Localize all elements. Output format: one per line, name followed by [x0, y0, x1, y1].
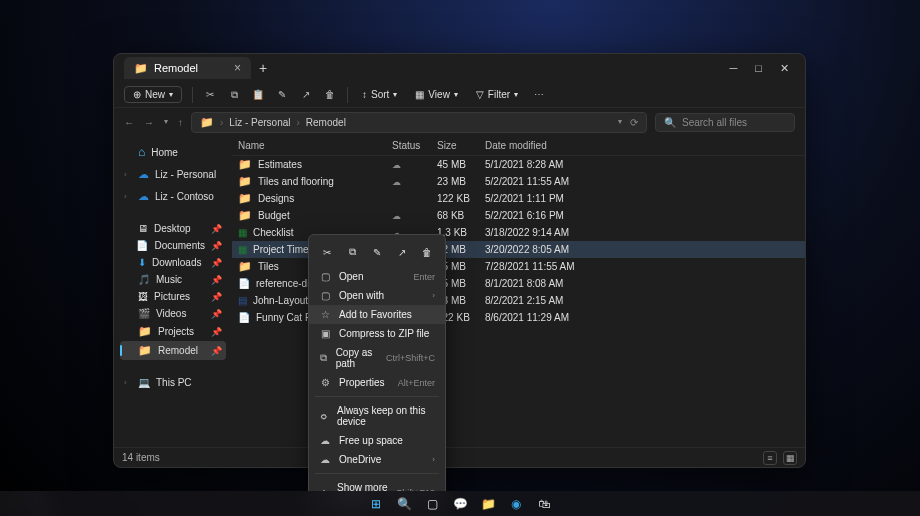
file-date: 5/2/2021 11:55 AM — [485, 176, 805, 187]
file-row[interactable]: Tiles and flooring23 MB5/2/2021 11:55 AM — [232, 173, 805, 190]
ctx-free-up[interactable]: ☁Free up space — [309, 431, 445, 450]
sidebar-item-music[interactable]: Music📌 — [120, 271, 226, 288]
col-status[interactable]: Status — [392, 140, 437, 151]
search-button[interactable]: 🔍 — [395, 495, 413, 513]
file-name: Tiles and flooring — [258, 176, 334, 187]
sort-button[interactable]: ↕Sort▾ — [358, 87, 401, 102]
file-name: Budget — [258, 210, 290, 221]
explorer-button[interactable]: 📁 — [479, 495, 497, 513]
ctx-open[interactable]: ▢OpenEnter — [309, 267, 445, 286]
file-name: Estimates — [258, 159, 302, 170]
start-button[interactable]: ⊞ — [367, 495, 385, 513]
tab-title: Remodel — [154, 62, 198, 74]
column-headers: Name Status Size Date modified — [232, 136, 805, 156]
file-icon — [238, 175, 252, 188]
file-icon — [238, 312, 250, 323]
ctx-add-favorites[interactable]: ☆Add to Favorites — [309, 305, 445, 324]
sidebar-item-thispc[interactable]: ›This PC — [120, 374, 226, 391]
refresh-button[interactable]: ⟳ — [630, 117, 638, 128]
breadcrumb-part[interactable]: Liz - Personal — [229, 117, 290, 128]
file-row[interactable]: Estimates45 MB5/1/2021 8:28 AM — [232, 156, 805, 173]
file-date: 5/2/2021 1:11 PM — [485, 193, 805, 204]
file-icon — [238, 158, 252, 171]
ctx-always-keep[interactable]: ⭘Always keep on this device — [309, 401, 445, 431]
file-icon — [238, 227, 247, 238]
search-placeholder: Search all files — [682, 117, 747, 128]
maximize-button[interactable]: □ — [755, 62, 762, 75]
sidebar-item-onedrive-contoso[interactable]: ›Liz - Contoso — [120, 187, 226, 206]
file-date: 7/28/2021 11:55 AM — [485, 261, 805, 272]
sidebar-item-videos[interactable]: Videos📌 — [120, 305, 226, 322]
file-icon — [238, 192, 252, 205]
thumbnails-view-button[interactable]: ▦ — [783, 451, 797, 465]
window-tab[interactable]: Remodel × — [124, 57, 251, 79]
col-date[interactable]: Date modified — [485, 140, 805, 151]
file-name: Designs — [258, 193, 294, 204]
share-icon[interactable]: ↗ — [393, 243, 411, 261]
status-bar: 14 items ≡ ▦ — [114, 447, 805, 467]
file-name: John-Layout — [253, 295, 308, 306]
copy-icon[interactable]: ⧉ — [343, 243, 361, 261]
sidebar-item-downloads[interactable]: Downloads📌 — [120, 254, 226, 271]
store-button[interactable]: 🛍 — [535, 495, 553, 513]
delete-icon[interactable]: 🗑 — [418, 243, 436, 261]
file-status — [392, 160, 437, 170]
col-size[interactable]: Size — [437, 140, 485, 151]
ctx-open-with[interactable]: ▢Open with› — [309, 286, 445, 305]
edge-button[interactable]: ◉ — [507, 495, 525, 513]
share-button[interactable]: ↗ — [299, 88, 313, 102]
search-box[interactable]: 🔍 Search all files — [655, 113, 795, 132]
breadcrumb[interactable]: › Liz - Personal › Remodel ▾ ⟳ — [191, 112, 647, 133]
file-row[interactable]: Budget68 KB5/2/2021 6:16 PM — [232, 207, 805, 224]
chat-button[interactable]: 💬 — [451, 495, 469, 513]
view-button[interactable]: ▦View▾ — [411, 87, 462, 102]
chevron-down-icon[interactable]: ▾ — [618, 117, 622, 128]
plus-icon: ⊕ — [133, 89, 141, 100]
sidebar-item-remodel[interactable]: Remodel📌 — [120, 341, 226, 360]
file-date: 5/1/2021 8:28 AM — [485, 159, 805, 170]
sidebar-item-documents[interactable]: Documents📌 — [120, 237, 226, 254]
desktop-icon — [138, 223, 148, 234]
paste-button[interactable]: 📋 — [251, 88, 265, 102]
sidebar-item-pictures[interactable]: Pictures📌 — [120, 288, 226, 305]
back-button[interactable]: ← — [124, 117, 134, 128]
pic-icon — [138, 291, 148, 302]
delete-button[interactable]: 🗑 — [323, 88, 337, 102]
pin-icon: 📌 — [211, 292, 222, 302]
cut-icon[interactable]: ✂ — [318, 243, 336, 261]
close-window-button[interactable]: ✕ — [780, 62, 789, 75]
file-size: 45 MB — [437, 159, 485, 170]
sidebar-item-home[interactable]: Home — [120, 142, 226, 162]
ctx-onedrive[interactable]: ☁OneDrive› — [309, 450, 445, 469]
close-tab-icon[interactable]: × — [234, 61, 241, 75]
new-button[interactable]: ⊕ New ▾ — [124, 86, 182, 103]
minimize-button[interactable]: ─ — [730, 62, 738, 75]
file-row[interactable]: Designs122 KB5/2/2021 1:11 PM — [232, 190, 805, 207]
file-size: 68 KB — [437, 210, 485, 221]
col-name[interactable]: Name — [232, 140, 392, 151]
ctx-copy-path[interactable]: ⧉Copy as pathCtrl+Shift+C — [309, 343, 445, 373]
new-tab-button[interactable]: + — [259, 60, 267, 76]
sidebar-item-onedrive-personal[interactable]: ›Liz - Personal — [120, 165, 226, 184]
up-button[interactable]: ↑ — [178, 117, 183, 128]
ctx-properties[interactable]: ⚙PropertiesAlt+Enter — [309, 373, 445, 392]
copy-button[interactable]: ⧉ — [227, 88, 241, 102]
file-date: 3/20/2022 8:05 AM — [485, 244, 805, 255]
cut-button[interactable]: ✂ — [203, 88, 217, 102]
forward-button[interactable]: → — [144, 117, 154, 128]
details-view-button[interactable]: ≡ — [763, 451, 777, 465]
more-button[interactable]: ⋯ — [532, 88, 546, 102]
file-name: Checklist — [253, 227, 294, 238]
breadcrumb-part[interactable]: Remodel — [306, 117, 346, 128]
recent-button[interactable]: ▾ — [164, 117, 168, 128]
ctx-compress[interactable]: ▣Compress to ZIP file — [309, 324, 445, 343]
rename-icon[interactable]: ✎ — [368, 243, 386, 261]
rename-button[interactable]: ✎ — [275, 88, 289, 102]
command-bar: ⊕ New ▾ ✂ ⧉ 📋 ✎ ↗ 🗑 ↕Sort▾ ▦View▾ ▽Filte… — [114, 82, 805, 108]
folder-y-icon — [138, 325, 152, 338]
sidebar-item-projects[interactable]: Projects📌 — [120, 322, 226, 341]
filter-button[interactable]: ▽Filter▾ — [472, 87, 522, 102]
sidebar-item-desktop[interactable]: Desktop📌 — [120, 220, 226, 237]
task-view-button[interactable]: ▢ — [423, 495, 441, 513]
home-icon — [138, 145, 145, 159]
